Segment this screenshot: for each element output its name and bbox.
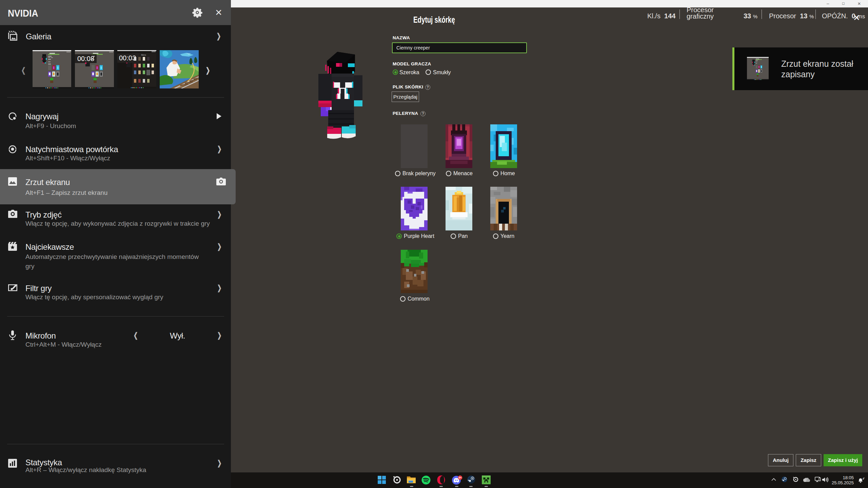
- svg-text:z: z: [864, 477, 865, 479]
- svg-text:00:03: 00:03: [119, 54, 136, 62]
- svg-text:Skins: Skins: [141, 54, 146, 56]
- svg-text:9+: 9+: [459, 476, 462, 479]
